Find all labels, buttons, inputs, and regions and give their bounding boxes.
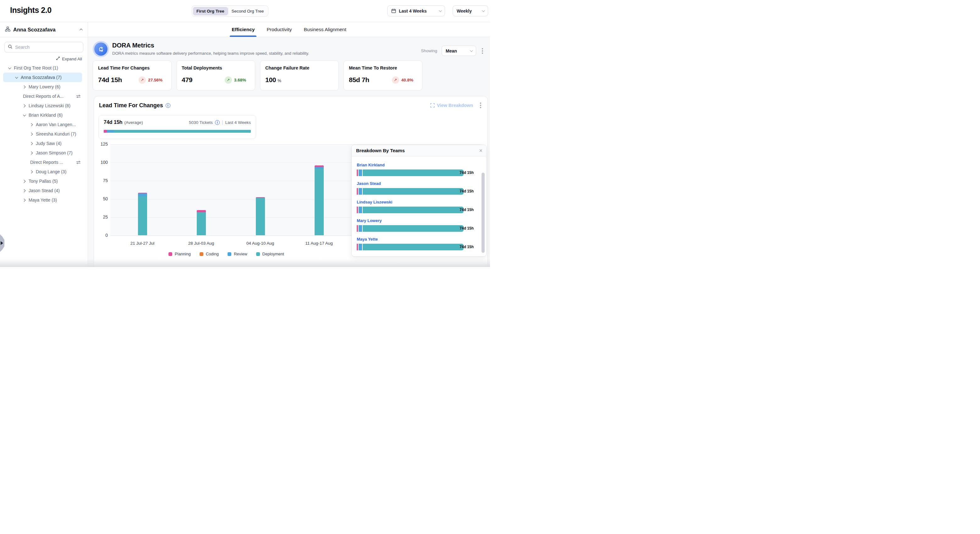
bar-21 Jul-27 Jul[interactable]: [138, 193, 147, 235]
period-label: Last 4 Weeks: [225, 120, 251, 125]
section-title: Lead Time For Changes: [99, 102, 163, 109]
team-list: Brian Kirkland74d 15hJason Stead74d 15hL…: [352, 156, 486, 250]
date-range-dropdown[interactable]: Last 4 Weeks: [387, 5, 445, 16]
team-link[interactable]: Maya Yette: [357, 237, 475, 242]
sidebar-header[interactable]: Anna Scozzafava: [0, 22, 88, 37]
trend-up-icon: ↗: [225, 77, 232, 84]
chart-menu-button[interactable]: [479, 101, 482, 110]
filter-icon[interactable]: [76, 160, 81, 165]
tree-item[interactable]: Mary Lowery (6): [3, 82, 82, 91]
x-tick-label: 11 Aug-17 Aug: [305, 241, 333, 245]
y-tick-label: 25: [95, 215, 108, 220]
team-bar: 74d 15h: [357, 169, 475, 176]
legend-item[interactable]: Review: [228, 252, 247, 256]
chevron-down-icon: [470, 49, 473, 52]
filter-icon[interactable]: [76, 94, 81, 99]
bar-11 Aug-17 Aug[interactable]: [315, 166, 324, 235]
expand-all-button[interactable]: Expand All: [0, 56, 82, 61]
legend-swatch: [200, 252, 204, 256]
tree-item[interactable]: Maya Yette (3): [3, 195, 82, 205]
legend-item[interactable]: Coding: [200, 252, 219, 256]
legend-swatch: [228, 252, 231, 256]
metric-cards: Lead Time For Changes74d 15h↗27.56%Total…: [93, 61, 490, 91]
divider: |: [222, 120, 223, 125]
info-icon[interactable]: i: [165, 103, 170, 108]
tree-item[interactable]: Judy Saw (4): [3, 139, 82, 148]
chevron-right-icon[interactable]: [30, 132, 33, 135]
tree-item[interactable]: Anna Scozzafava (7): [3, 73, 82, 82]
metric-title: Total Deployments: [182, 65, 250, 70]
dora-title: DORA Metrics: [112, 42, 309, 49]
legend-label: Review: [234, 252, 247, 256]
org-tree-toggle[interactable]: First Org TreeSecond Org Tree: [192, 5, 269, 17]
chevron-right-icon[interactable]: [22, 104, 26, 107]
org-tree-option[interactable]: First Org Tree: [193, 7, 228, 15]
showing-dropdown[interactable]: Mean: [442, 46, 476, 56]
sidebar-user-name: Anna Scozzafava: [13, 27, 56, 33]
search-box[interactable]: [5, 42, 83, 53]
tree-item[interactable]: Jason Stead (4): [3, 186, 82, 195]
tree-item-label: Anna Scozzafava (7): [21, 75, 62, 80]
tickets-info-icon[interactable]: i: [215, 120, 220, 125]
tree-item[interactable]: Jason Simpson (7): [3, 148, 82, 158]
breakdown-title: Breakdown By Teams: [356, 148, 405, 153]
team-link[interactable]: Brian Kirkland: [357, 163, 475, 167]
view-breakdown-button[interactable]: View Breakdown: [430, 103, 473, 108]
planning-segment: [357, 188, 358, 194]
granularity-dropdown[interactable]: Weekly: [453, 5, 488, 16]
team-link[interactable]: Jason Stead: [357, 181, 475, 186]
sidebar: Anna Scozzafava Expand All First Org Tre…: [0, 22, 88, 267]
deployment-segment: [315, 169, 324, 235]
bar-04 Aug-10 Aug[interactable]: [256, 197, 265, 235]
close-icon[interactable]: ×: [479, 148, 482, 153]
planning-segment: [357, 207, 358, 213]
calendar-icon: [391, 8, 396, 13]
app-title: Insights 2.0: [10, 6, 51, 15]
tree-item[interactable]: Lindsay Liszewski (8): [3, 101, 82, 110]
chevron-right-icon[interactable]: [22, 198, 26, 202]
metric-unit: %: [278, 78, 281, 83]
chevron-down-icon[interactable]: [23, 113, 26, 116]
chevron-down-icon[interactable]: [8, 66, 11, 69]
chevron-right-icon[interactable]: [30, 123, 33, 126]
search-input[interactable]: [15, 45, 78, 50]
tree-item[interactable]: Direct Reports ...: [3, 158, 82, 167]
tree-item[interactable]: Doug Lange (3): [3, 167, 82, 177]
panel-scrollbar-thumb[interactable]: [482, 173, 485, 253]
tree-item[interactable]: First Org Tree Root (1): [3, 63, 82, 73]
tab-productivity[interactable]: Productivity: [266, 22, 292, 37]
main-area: EfficiencyProductivityBusiness Alignment…: [88, 22, 490, 267]
org-chart-icon: [5, 26, 10, 33]
tab-efficiency[interactable]: Efficiency: [231, 22, 255, 37]
chevron-right-icon[interactable]: [30, 151, 33, 155]
tree-item[interactable]: Tony Pallas (5): [3, 177, 82, 186]
team-bar: 74d 15h: [357, 225, 475, 232]
review-segment: [138, 193, 147, 196]
tab-business-alignment[interactable]: Business Alignment: [303, 22, 347, 37]
tree-item-label: Brian Kirkland (6): [29, 113, 62, 118]
bar-28 Jul-03 Aug[interactable]: [197, 210, 206, 235]
planning-segment: [357, 169, 358, 176]
tree-item[interactable]: Sireesha Kunduri (7): [3, 129, 82, 139]
team-bar: 74d 15h: [357, 188, 475, 194]
legend-item[interactable]: Deployment: [256, 252, 284, 256]
review-segment: [359, 207, 362, 213]
tree-item-label: Doug Lange (3): [36, 169, 66, 174]
chevron-down-icon[interactable]: [15, 75, 18, 79]
dora-menu-button[interactable]: [480, 47, 484, 55]
tree-item[interactable]: Direct Reports of A...: [3, 91, 82, 101]
chevron-right-icon[interactable]: [30, 170, 33, 173]
team-link[interactable]: Lindsay Liszewski: [357, 200, 475, 204]
legend-item[interactable]: Planning: [169, 252, 191, 256]
collapse-chevron-icon[interactable]: [80, 29, 83, 32]
chevron-down-icon: [482, 9, 485, 12]
chevron-right-icon[interactable]: [22, 85, 26, 88]
team-link[interactable]: Mary Lowery: [357, 218, 475, 223]
org-tree-option[interactable]: Second Org Tree: [228, 7, 267, 15]
chevron-right-icon[interactable]: [30, 142, 33, 145]
chevron-right-icon[interactable]: [22, 189, 26, 192]
tree-item[interactable]: Brian Kirkland (6): [3, 110, 82, 120]
chevron-right-icon[interactable]: [22, 180, 26, 183]
tree-item[interactable]: Aaron Van Langen...: [3, 120, 82, 129]
trend-up-icon: ↗: [392, 77, 399, 84]
